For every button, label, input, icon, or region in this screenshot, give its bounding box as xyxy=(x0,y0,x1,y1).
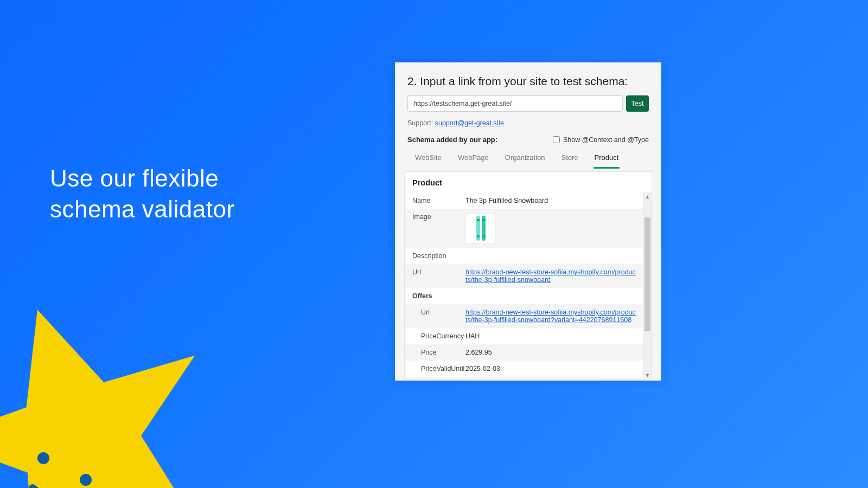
property-value xyxy=(465,248,643,264)
test-button[interactable]: Test xyxy=(626,95,649,112)
property-row: PriceValidUntil2025-02-03 xyxy=(405,361,643,377)
show-context-toggle[interactable]: Show @Context and @Type xyxy=(553,136,649,144)
scroll-down-arrow-icon[interactable]: ▼ xyxy=(643,371,652,380)
property-value xyxy=(465,209,643,248)
headline-line-1: Use our flexible xyxy=(50,163,235,194)
url-input-row: Test xyxy=(407,95,649,112)
star-mascot xyxy=(0,287,217,488)
property-row: Offers xyxy=(405,288,643,304)
svg-point-1 xyxy=(80,474,92,486)
scroll-track[interactable] xyxy=(643,201,652,371)
product-image-thumb xyxy=(465,213,496,243)
tab-store[interactable]: Store xyxy=(560,149,579,169)
property-value: https://brand-new-test-store-sofiia.mysh… xyxy=(465,304,643,328)
scroll-up-arrow-icon[interactable]: ▲ xyxy=(643,192,652,201)
support-email-link[interactable]: support@get-great.site xyxy=(435,119,504,127)
card-title: Product xyxy=(405,172,652,192)
property-key: PriceCurrency xyxy=(405,328,465,344)
property-value: The 3p Fulfilled Snowboard xyxy=(465,192,643,209)
support-prefix: Support: xyxy=(407,119,435,127)
property-rows: NameThe 3p Fulfilled SnowboardImageDescr… xyxy=(405,192,643,380)
property-key: PriceValidUntil xyxy=(405,361,465,377)
validator-panel: 2. Input a link from your site to test s… xyxy=(395,62,661,381)
property-key: Description xyxy=(405,248,465,264)
scroll-thumb[interactable] xyxy=(644,217,650,331)
panel-title: 2. Input a link from your site to test s… xyxy=(407,75,649,88)
property-link[interactable]: https://brand-new-test-store-sofiia.mysh… xyxy=(465,268,636,284)
tab-product[interactable]: Product xyxy=(593,149,620,169)
property-row: Price2,629.95 xyxy=(405,344,643,361)
property-value xyxy=(465,288,643,304)
tab-organization[interactable]: Organization xyxy=(504,149,546,169)
support-line: Support: support@get-great.site xyxy=(407,119,649,127)
tab-webpage[interactable]: WebPage xyxy=(457,149,490,169)
show-context-label: Show @Context and @Type xyxy=(563,136,649,144)
property-key: Url xyxy=(405,304,465,328)
property-row: Urlhttps://brand-new-test-store-sofiia.m… xyxy=(405,264,643,288)
property-value: https://brand-new-test-store-sofiia.mysh… xyxy=(465,264,643,288)
property-link[interactable]: https://brand-new-test-store-sofiia.mysh… xyxy=(465,309,636,324)
marketing-slide: Use our flexible schema validator 2. Inp… xyxy=(0,0,868,488)
schema-card: Product NameThe 3p Fulfilled SnowboardIm… xyxy=(404,171,652,380)
property-value: UAH xyxy=(465,328,643,344)
url-input[interactable] xyxy=(407,95,623,112)
property-key: Image xyxy=(405,209,465,248)
property-key: Name xyxy=(405,192,465,209)
property-key: Price xyxy=(405,344,465,361)
card-scroll-area: NameThe 3p Fulfilled SnowboardImageDescr… xyxy=(405,192,652,380)
property-row: ItemConditionhttps://schema.org/NewCondi… xyxy=(405,377,643,380)
property-value: 2,629.95 xyxy=(465,344,643,361)
vertical-scrollbar[interactable]: ▲ ▼ xyxy=(643,192,652,380)
property-row: NameThe 3p Fulfilled Snowboard xyxy=(405,192,643,209)
property-key: Offers xyxy=(405,288,465,304)
property-row: Description xyxy=(405,248,643,264)
headline: Use our flexible schema validator xyxy=(50,163,235,224)
schema-tabs: WebSiteWebPageOrganizationStoreProduct xyxy=(404,149,652,169)
headline-line-2: schema validator xyxy=(50,194,235,224)
property-value: https://schema.org/NewCondition xyxy=(465,377,643,380)
svg-point-0 xyxy=(37,452,49,464)
property-value: 2025-02-03 xyxy=(465,361,643,377)
schema-added-label: Schema added by our app: xyxy=(407,136,497,144)
show-context-checkbox[interactable] xyxy=(553,136,560,143)
property-row: Urlhttps://brand-new-test-store-sofiia.m… xyxy=(405,304,643,328)
property-row: Image xyxy=(405,209,643,248)
tab-website[interactable]: WebSite xyxy=(414,149,443,169)
property-key: ItemCondition xyxy=(405,377,465,380)
property-row: PriceCurrencyUAH xyxy=(405,328,643,344)
schema-header-row: Schema added by our app: Show @Context a… xyxy=(407,136,649,144)
property-key: Url xyxy=(405,264,465,288)
